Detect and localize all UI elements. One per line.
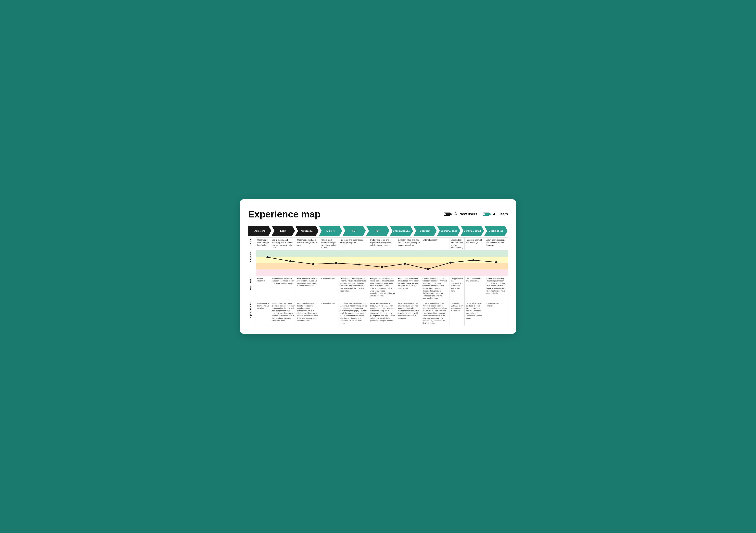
svg-point-7: [358, 264, 360, 266]
opp-4: • Configure user preferences to suit an …: [338, 301, 369, 326]
pain-1: • User entered details into login screen…: [271, 276, 296, 301]
opp-2: • Articulate features and benefits for l…: [296, 301, 320, 326]
pain-section-label: Pain points: [249, 277, 255, 290]
goal-7: Order effortlessly: [421, 238, 449, 250]
svg-text:〰: 〰: [454, 212, 458, 216]
goal-2: Understand the basic value exchange for …: [296, 238, 320, 250]
emotions-label-cell: Emotions: [248, 250, 256, 276]
goal-10: Allow users quick and easy access to the…: [485, 238, 508, 250]
header-row: Experience map 〰 New users All users: [248, 209, 508, 220]
stage-8: Confirm... page: [437, 226, 460, 236]
svg-marker-2: [483, 212, 491, 216]
stage-3: Explore: [319, 226, 342, 236]
svg-point-8: [381, 266, 383, 268]
opportunities-section: Opportunities • Make more to the TA revi…: [248, 301, 508, 326]
svg-point-11: [449, 262, 452, 264]
pain-label-cell: Pain points: [248, 276, 256, 301]
goals-label-cell: Goals: [248, 238, 256, 250]
pain-points-section: Pain points • None observed • User enter…: [248, 276, 508, 301]
pain-10: • Share wasn't working • Conflicting inf…: [485, 276, 508, 301]
goal-5: Understand tours and experiences with gr…: [369, 238, 397, 250]
new-users-label: New users: [460, 212, 477, 216]
pain-0: • None observed: [256, 276, 271, 301]
svg-point-4: [289, 260, 292, 262]
legend-new-users: 〰 New users: [444, 212, 477, 216]
goal-0: Understand what the app has to offer: [256, 238, 271, 250]
opp-5: • Page template design to encourage more…: [369, 301, 397, 326]
opp-9: • Automatically sync purchase to users' …: [465, 301, 485, 326]
new-users-arrow-icon: [444, 212, 452, 216]
goal-8: Validate that their purchase was as expe…: [449, 238, 465, 250]
goal-6: Establish when and how much the tour, ac…: [397, 238, 421, 250]
emotions-section-label: Emotions: [249, 251, 255, 262]
stage-0: App store: [248, 226, 271, 236]
all-users-arrow-icon: [483, 212, 491, 216]
stage-4: PLP: [342, 226, 366, 236]
stage-10: Bookings tab: [484, 226, 507, 236]
goal-4: Find tours and experiences easily, get i…: [338, 238, 369, 250]
stage-2: Onboard...: [295, 226, 318, 236]
svg-point-6: [335, 262, 338, 264]
opp-label-cell: Opportunities: [248, 301, 256, 326]
stage-7: Checkout: [414, 226, 437, 236]
opp-0: • Make more to the TA reviews mention: [256, 301, 271, 326]
emotions-chart-cell: [256, 250, 508, 276]
stage-9: Confirm... email: [461, 226, 484, 236]
pain-4: • Results not tailored to participants •…: [338, 276, 369, 301]
pain-5: • Images and descriptions are limited ma…: [369, 276, 397, 301]
svg-point-5: [312, 263, 314, 265]
opp-6: • Use meteorological data (Yr.t) to prov…: [397, 301, 421, 326]
svg-marker-0: [444, 212, 452, 216]
pain-9: • No location details available in email: [465, 276, 485, 301]
pain-3: • None observed: [320, 276, 338, 301]
pain-6: • Not enough information around ages of …: [397, 276, 421, 301]
goal-9: Reassure users of their bookings: [465, 238, 485, 250]
svg-point-10: [427, 268, 429, 270]
svg-point-12: [472, 259, 475, 261]
svg-point-13: [495, 261, 498, 263]
experience-map-card: Experience map 〰 New users All users: [240, 199, 516, 334]
pain-7: • PayPal integration • Inline validation…: [421, 276, 449, 301]
stage-1: Login: [272, 226, 295, 236]
opp-10: • Make actions more obvious: [485, 301, 508, 326]
stage-5: PDP: [366, 226, 390, 236]
goal-1: Log in quickly and efficiently with an o…: [271, 238, 296, 250]
legend-all-users: All users: [483, 212, 508, 216]
goal-3: Gain a quick understanding of what the a…: [320, 238, 338, 250]
stages-row: App storeLoginOnboard...ExplorePLPPDPChe…: [248, 226, 508, 236]
pain-2: • Not enough explanation why location se…: [296, 276, 320, 301]
opp-8: • Group info and make them more graphica…: [449, 301, 465, 326]
legend: 〰 New users All users: [444, 212, 508, 216]
page-title: Experience map: [248, 209, 444, 220]
stage-6: Check availab...: [390, 226, 413, 236]
opp-3: • None observed: [320, 301, 338, 326]
opp-7: • Look at PayPal integration • Provide e…: [421, 301, 449, 326]
all-users-label: All users: [493, 212, 508, 216]
goals-section-label: Goals: [249, 238, 255, 245]
opp-1: • Explain why users should create an acc…: [271, 301, 296, 326]
emotions-line-svg: [256, 250, 508, 276]
emotions-section: Emotions: [248, 250, 508, 276]
pain-8: • It appeared to miss information and ha…: [449, 276, 465, 301]
squiggle-icon: 〰: [454, 212, 458, 216]
goals-section: Goals Understand what the app has to off…: [248, 238, 508, 250]
map-table: Goals Understand what the app has to off…: [248, 238, 508, 326]
svg-point-9: [404, 263, 406, 265]
svg-point-3: [266, 256, 269, 258]
opp-section-label: Opportunities: [249, 302, 255, 318]
